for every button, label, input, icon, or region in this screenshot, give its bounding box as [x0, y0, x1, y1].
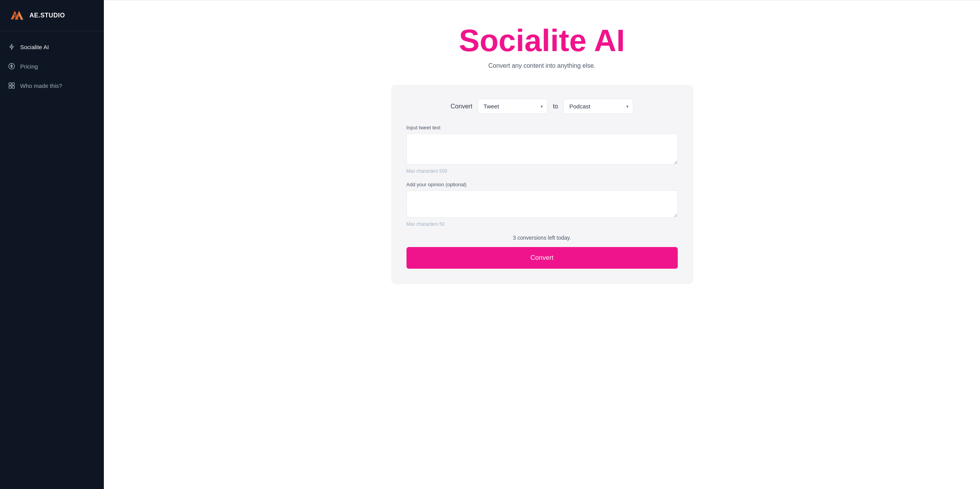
tweet-input-label: Input tweet text [406, 125, 678, 130]
main-content: Socialite AI Convert any content into an… [104, 0, 980, 489]
opinion-input-label: Add your opinion (optional) [406, 182, 678, 187]
form-card: Convert Tweet Blog Post Article Video Sc… [391, 85, 693, 284]
opinion-input-group: Add your opinion (optional) Max characte… [406, 182, 678, 227]
svg-rect-7 [12, 86, 14, 88]
dollar-circle-icon [8, 62, 16, 70]
to-select-wrapper: Podcast Blog Post Tweet Article Video Sc… [563, 99, 633, 114]
from-select-wrapper: Tweet Blog Post Article Video Script Lin… [478, 99, 548, 114]
convert-label: Convert [451, 103, 472, 110]
sidebar-item-socialite-ai[interactable]: Socialite AI [0, 38, 104, 56]
svg-rect-4 [9, 83, 11, 85]
page-subtitle: Convert any content into anything else. [488, 62, 596, 69]
content-area: Socialite AI Convert any content into an… [104, 0, 980, 489]
page-title: Socialite AI [459, 24, 625, 58]
logo-area: AE.STUDIO [0, 0, 104, 31]
lightning-icon [8, 43, 16, 51]
sidebar-item-pricing[interactable]: Pricing [0, 57, 104, 75]
svg-rect-5 [12, 83, 14, 85]
logo-text: AE.STUDIO [29, 12, 65, 19]
grid-icon [8, 82, 16, 89]
sidebar-item-label-socialite: Socialite AI [20, 44, 49, 50]
convert-row: Convert Tweet Blog Post Article Video Sc… [406, 99, 678, 114]
svg-point-3 [9, 63, 15, 69]
opinion-textarea[interactable] [406, 190, 678, 218]
sidebar-item-who-made-this[interactable]: Who made this? [0, 76, 104, 95]
sidebar-nav: Socialite AI Pricing Who made this? [0, 31, 104, 101]
sidebar-item-label-who: Who made this? [20, 82, 62, 89]
sidebar: AE.STUDIO Socialite AI Pricing [0, 0, 104, 489]
sidebar-item-label-pricing: Pricing [20, 63, 38, 70]
tweet-char-limit: Max characters 500 [406, 168, 678, 174]
convert-button[interactable]: Convert [406, 247, 678, 269]
to-label: to [553, 103, 558, 110]
ae-studio-logo-icon [12, 9, 26, 22]
from-select[interactable]: Tweet Blog Post Article Video Script Lin… [478, 99, 548, 114]
opinion-char-limit: Max characters 50 [406, 221, 678, 227]
conversions-left-text: 3 conversions left today. [406, 235, 678, 241]
tweet-input-group: Input tweet text Max characters 500 [406, 125, 678, 174]
to-select[interactable]: Podcast Blog Post Tweet Article Video Sc… [563, 99, 633, 114]
svg-rect-6 [9, 86, 11, 88]
tweet-textarea[interactable] [406, 134, 678, 165]
